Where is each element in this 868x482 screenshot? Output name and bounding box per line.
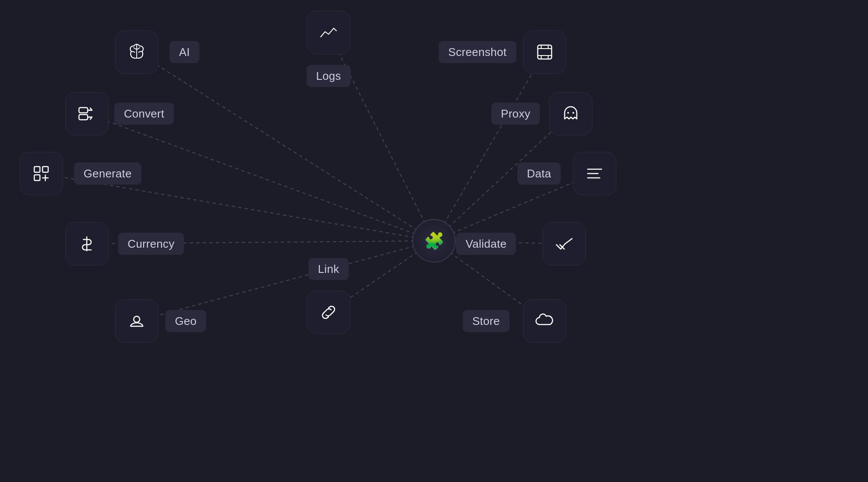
svg-rect-22 [34, 175, 40, 180]
svg-point-18 [134, 316, 140, 322]
convert-label[interactable]: Convert [114, 103, 174, 125]
proxy-label[interactable]: Proxy [491, 103, 540, 125]
convert-icon-box[interactable] [65, 92, 108, 135]
svg-rect-23 [79, 108, 88, 113]
svg-line-1 [434, 52, 545, 241]
logs-label[interactable]: Logs [306, 65, 351, 87]
puzzle-icon: 🧩 [424, 231, 444, 250]
ai-icon-box[interactable] [115, 30, 158, 74]
ai-label[interactable]: AI [169, 41, 199, 63]
store-label[interactable]: Store [463, 310, 510, 332]
screenshot-label[interactable]: Screenshot [439, 41, 516, 63]
center-node[interactable]: 🧩 [412, 219, 456, 262]
svg-point-13 [567, 112, 569, 114]
validate-label[interactable]: Validate [456, 233, 516, 255]
generate-icon-box[interactable] [20, 152, 63, 195]
svg-rect-21 [43, 167, 48, 172]
svg-rect-12 [538, 45, 552, 59]
logs-icon-box[interactable] [307, 11, 350, 54]
svg-line-11 [137, 52, 434, 241]
currency-label[interactable]: Currency [118, 233, 184, 255]
geo-label[interactable]: Geo [165, 310, 206, 332]
data-label[interactable]: Data [517, 163, 561, 185]
svg-rect-20 [34, 167, 40, 172]
store-icon-box[interactable] [523, 299, 566, 343]
svg-point-14 [572, 112, 574, 114]
validate-icon-box[interactable] [542, 222, 586, 266]
main-canvas: 🧩LogsScreenshotProxyDataValidateStoreLin… [0, 0, 868, 482]
screenshot-icon-box[interactable] [523, 30, 566, 74]
geo-icon-box[interactable] [115, 299, 158, 343]
generate-label[interactable]: Generate [74, 163, 141, 185]
data-icon-box[interactable] [573, 152, 616, 195]
proxy-icon-box[interactable] [549, 92, 592, 135]
link-label[interactable]: Link [309, 258, 349, 280]
link-icon-box[interactable] [307, 291, 350, 334]
svg-line-0 [329, 33, 434, 241]
svg-rect-24 [79, 115, 88, 120]
currency-icon-box[interactable] [65, 222, 108, 266]
